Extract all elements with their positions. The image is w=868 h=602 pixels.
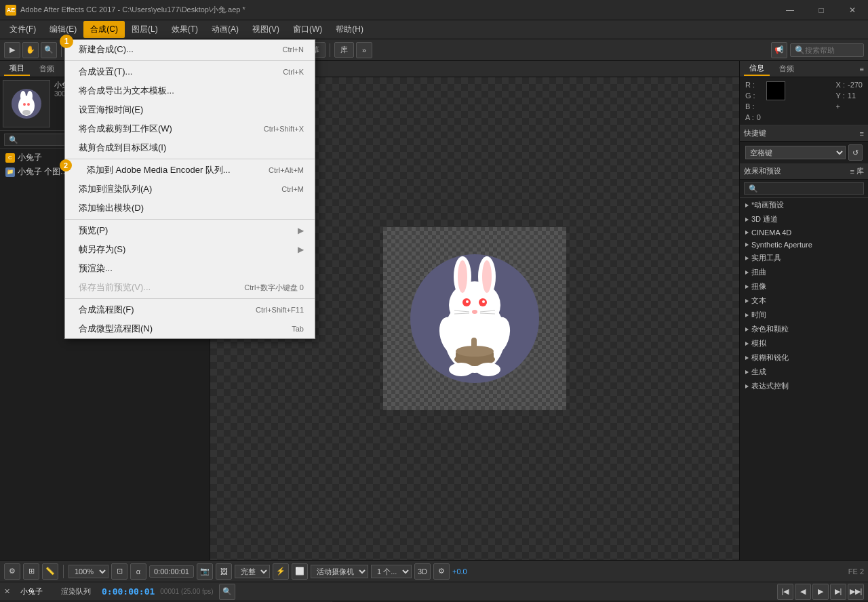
dm-save-frame[interactable]: 帧另存为(S) ▶ bbox=[65, 240, 315, 259]
dm-comp-mini-flowchart[interactable]: 合成微型流程图(N) Tab bbox=[65, 319, 315, 338]
effects-library-tab[interactable]: 库 bbox=[856, 166, 864, 176]
fit-btn[interactable]: ⊡ bbox=[111, 563, 127, 580]
effects-search-input[interactable] bbox=[744, 182, 864, 195]
quality-select[interactable]: 完整 bbox=[235, 565, 270, 578]
info-tab[interactable]: 信息 bbox=[744, 62, 770, 76]
shortcut-select[interactable]: 空格键 bbox=[745, 146, 846, 159]
canvas-rulers-btn[interactable]: 📏 bbox=[42, 563, 58, 580]
svg-point-3 bbox=[27, 91, 33, 102]
expand-icon-8 bbox=[745, 299, 749, 303]
effect-simulate[interactable]: 模拟 bbox=[740, 336, 868, 350]
3d-renderer-btn[interactable]: 3D bbox=[414, 563, 431, 580]
expand-icon-7 bbox=[745, 285, 749, 289]
fast-preview-btn[interactable]: ⚡ bbox=[273, 563, 289, 580]
effects-search-area[interactable] bbox=[740, 180, 868, 198]
menu-help[interactable]: 帮助(H) bbox=[329, 21, 370, 38]
timeline-comp-tab[interactable]: 小兔子 bbox=[15, 585, 48, 598]
dm-add-to-render-queue[interactable]: 添加到渲染队列(A) Ctrl+M bbox=[65, 180, 315, 199]
toggle-transparent-btn[interactable]: ⬜ bbox=[292, 563, 308, 580]
menu-animation[interactable]: 动画(A) bbox=[205, 21, 245, 38]
project-tab[interactable]: 项目 bbox=[4, 62, 30, 76]
toolbar-zoom-tool[interactable]: 🔍 bbox=[41, 42, 57, 58]
toolbar-library-btn[interactable]: 库 bbox=[334, 42, 354, 58]
magnification-select[interactable]: 100% bbox=[68, 565, 108, 578]
timeline-render-tab[interactable]: 渲染队列 bbox=[56, 585, 96, 598]
dm-set-poster-time[interactable]: 设置海报时间(E) bbox=[65, 100, 315, 119]
search-box[interactable]: 🔍 bbox=[790, 43, 864, 57]
dm-trim-to-work[interactable]: 将合成裁剪到工作区(W) Ctrl+Shift+X bbox=[65, 119, 315, 138]
search-input[interactable] bbox=[805, 46, 859, 54]
tl-play-btn[interactable]: ▶ bbox=[812, 584, 829, 600]
snapshot-btn[interactable]: 📷 bbox=[197, 563, 213, 580]
timeline-current-time[interactable]: 0:00:00:01 bbox=[102, 586, 155, 597]
effect-noise-grain[interactable]: 杂色和颗粒 bbox=[740, 322, 868, 336]
dm-comp-settings[interactable]: 合成设置(T)... Ctrl+K bbox=[65, 62, 315, 81]
canvas-preview bbox=[383, 227, 566, 410]
timeline-search-btn[interactable]: 🔍 bbox=[219, 584, 235, 600]
effect-text[interactable]: 文本 bbox=[740, 294, 868, 308]
expand-icon-6 bbox=[745, 270, 749, 275]
canvas-alpha-btn[interactable]: α bbox=[130, 563, 146, 580]
effect-anim-presets[interactable]: *动画预设 bbox=[740, 198, 868, 212]
tl-prev-frame-btn[interactable]: ◀ bbox=[795, 584, 811, 600]
effect-label-6: 扭曲 bbox=[751, 267, 766, 277]
dm-add-to-ame[interactable]: 2 添加到 Adobe Media Encoder 队列... Ctrl+Alt… bbox=[65, 161, 315, 180]
expand-icon-4 bbox=[745, 243, 749, 247]
minimize-button[interactable]: — bbox=[774, 0, 806, 20]
info-section: R : G : B : A :0 X :-270 Y :11 + bbox=[740, 77, 868, 125]
shortcut-reset-btn[interactable]: ↺ bbox=[848, 144, 863, 161]
menu-composition[interactable]: 合成(C) bbox=[83, 21, 125, 38]
menu-effects[interactable]: 效果(T) bbox=[165, 21, 205, 38]
effect-cinema4d[interactable]: CINEMA 4D bbox=[740, 226, 868, 239]
camera-select[interactable]: 活动摄像机 bbox=[311, 565, 368, 578]
time-display: 0:00:00:01 bbox=[149, 565, 194, 578]
effect-utilities[interactable]: 实用工具 bbox=[740, 251, 868, 265]
close-button[interactable]: ✕ bbox=[837, 0, 868, 20]
effect-generate[interactable]: 生成 bbox=[740, 365, 868, 379]
effect-label-11: 模拟 bbox=[751, 338, 766, 348]
dm-preview[interactable]: 预览(P) ▶ bbox=[65, 221, 315, 240]
views-select[interactable]: 1 个... bbox=[371, 565, 412, 578]
tl-goto-start-btn[interactable]: |◀ bbox=[777, 584, 793, 600]
effect-3d-channel[interactable]: 3D 通道 bbox=[740, 212, 868, 226]
effects-menu-icon[interactable]: ≡ bbox=[850, 167, 854, 176]
effect-label-10: 杂色和颗粒 bbox=[751, 324, 789, 334]
maximize-button[interactable]: □ bbox=[806, 0, 837, 20]
effect-time[interactable]: 时间 bbox=[740, 308, 868, 322]
dm-crop-to-region[interactable]: 裁剪合成到目标区域(I) bbox=[65, 138, 315, 157]
canvas-settings-btn[interactable]: ⚙ bbox=[4, 563, 20, 580]
menu-view[interactable]: 视图(V) bbox=[245, 21, 286, 38]
dm-comp-flowchart-shortcut: Ctrl+Shift+F11 bbox=[256, 306, 304, 314]
menu-window[interactable]: 窗口(W) bbox=[286, 21, 329, 38]
dm-export-text-template[interactable]: 将合成导出为文本模板... bbox=[65, 81, 315, 100]
effect-blur-sharpen[interactable]: 模糊和锐化 bbox=[740, 350, 868, 365]
show-snapshot-btn[interactable]: 🖼 bbox=[216, 563, 232, 580]
info-menu-icon[interactable]: ≡ bbox=[860, 65, 864, 73]
tl-goto-end-btn[interactable]: ▶▶| bbox=[848, 584, 864, 600]
audio-tab-right[interactable]: 音频 bbox=[774, 62, 800, 75]
dm-pre-render[interactable]: 预渲染... bbox=[65, 259, 315, 278]
toolbar-right: 📢 🔍 bbox=[771, 42, 864, 58]
dm-comp-flowchart[interactable]: 合成流程图(F) Ctrl+Shift+F11 bbox=[65, 300, 315, 319]
quick-keys-title: 快捷键 bbox=[744, 128, 766, 138]
toolbar-overflow-btn[interactable]: » bbox=[356, 42, 372, 58]
effect-synthetic-aperture[interactable]: Synthetic Aperture bbox=[740, 239, 868, 251]
menu-layer[interactable]: 图层(L) bbox=[125, 21, 165, 38]
quick-keys-menu[interactable]: ≡ bbox=[860, 129, 864, 138]
toolbar-hand-tool[interactable]: ✋ bbox=[22, 42, 39, 58]
tl-next-frame-btn[interactable]: ▶| bbox=[830, 584, 846, 600]
effect-expression-ctrl[interactable]: 表达式控制 bbox=[740, 379, 868, 393]
timeline-close-btn[interactable]: ✕ bbox=[4, 587, 10, 596]
toolbar-select-tool[interactable]: ▶ bbox=[4, 42, 20, 58]
canvas-options-btn[interactable]: ⚙ bbox=[433, 563, 450, 580]
dm-new-comp[interactable]: 新建合成(C)... Ctrl+N bbox=[65, 40, 315, 59]
audio-tab[interactable]: 音频 bbox=[34, 62, 60, 75]
effect-twist[interactable]: 扭像 bbox=[740, 279, 868, 294]
dm-save-preview-label: 保存当前预览(V)... bbox=[79, 281, 244, 294]
effect-distort[interactable]: 扭曲 bbox=[740, 265, 868, 279]
menu-file[interactable]: 文件(F) bbox=[3, 21, 43, 38]
toolbar-notification-btn[interactable]: 📢 bbox=[771, 42, 787, 58]
svg-point-11 bbox=[458, 260, 467, 293]
dm-add-output-module[interactable]: 添加输出模块(D) bbox=[65, 199, 315, 218]
canvas-grid-btn[interactable]: ⊞ bbox=[23, 563, 39, 580]
